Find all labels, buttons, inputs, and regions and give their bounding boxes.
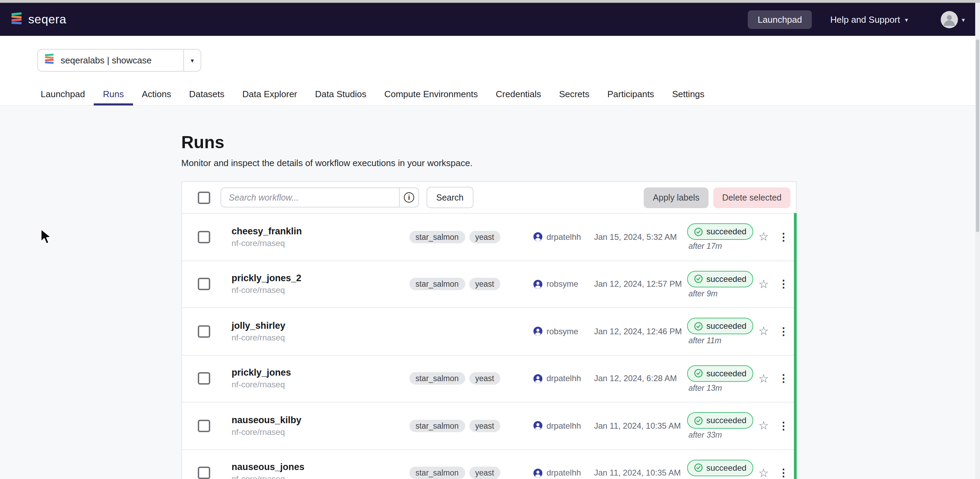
run-tag[interactable]: star_salmon (409, 372, 465, 385)
status-text: succeeded (706, 227, 746, 237)
row-checkbox[interactable] (198, 420, 210, 432)
scrollbar (975, 3, 980, 479)
row-checkbox[interactable] (198, 231, 210, 243)
run-status: succeeded after 33m (675, 412, 752, 439)
tab-data-studios[interactable]: Data Studios (306, 84, 375, 105)
run-tag[interactable]: yeast (469, 420, 500, 432)
kebab-menu-icon[interactable]: ⋮ (775, 420, 792, 432)
run-name-link[interactable]: prickly_jones (232, 368, 390, 378)
kebab-menu-icon[interactable]: ⋮ (775, 325, 792, 338)
kebab-menu-icon[interactable]: ⋮ (775, 278, 792, 291)
table-row: cheesy_franklin nf-core/rnaseq star_salm… (182, 213, 796, 260)
run-tag[interactable]: yeast (469, 278, 500, 291)
kebab-menu-icon[interactable]: ⋮ (775, 231, 792, 243)
run-tag[interactable]: star_salmon (409, 278, 465, 291)
table-row: nauseous_kilby nf-core/rnaseq star_salmo… (182, 402, 796, 449)
star-icon[interactable]: ☆ (752, 466, 775, 479)
search-button[interactable]: Search (426, 187, 473, 208)
launchpad-button[interactable]: Launchpad (748, 10, 812, 29)
run-tags: star_salmon yeast (390, 372, 500, 385)
seqera-app-window: seqera Launchpad Help and Support ▾ ▾ (0, 0, 980, 479)
delete-selected-button[interactable]: Delete selected (713, 187, 791, 208)
run-repo: nf-core/rnaseq (232, 286, 390, 295)
help-label: Help and Support (830, 14, 900, 25)
row-checkbox[interactable] (198, 372, 210, 385)
workspace-selector[interactable]: seqeralabs | showcase ▾ (37, 49, 201, 72)
star-icon[interactable]: ☆ (752, 419, 775, 433)
row-checkbox[interactable] (198, 325, 210, 338)
tab-runs[interactable]: Runs (94, 84, 133, 105)
star-icon[interactable]: ☆ (752, 371, 775, 386)
workspace-dropdown-toggle[interactable]: ▾ (184, 57, 200, 64)
scrollbar-thumb[interactable] (976, 39, 979, 232)
run-date: Jan 11, 2024, 10:35 AM (594, 421, 675, 431)
tab-secrets[interactable]: Secrets (550, 84, 598, 105)
star-icon[interactable]: ☆ (752, 230, 775, 244)
kebab-menu-icon[interactable]: ⋮ (775, 372, 792, 385)
select-all-checkbox[interactable] (198, 191, 210, 204)
tab-launchpad[interactable]: Launchpad (32, 84, 94, 105)
run-user: robsyme (533, 280, 594, 289)
row-checkbox[interactable] (198, 278, 210, 291)
tab-data-explorer[interactable]: Data Explorer (233, 84, 306, 105)
run-user-name: drpatelhh (547, 421, 581, 431)
run-name-link[interactable]: cheesy_franklin (232, 226, 390, 236)
star-icon[interactable]: ☆ (752, 324, 775, 339)
seqera-brand[interactable]: seqera (10, 11, 67, 28)
status-text: succeeded (706, 416, 746, 426)
run-tags: star_salmon yeast (390, 231, 500, 243)
run-name-link[interactable]: nauseous_kilby (232, 415, 390, 425)
tab-datasets[interactable]: Datasets (180, 84, 234, 105)
tab-credentials[interactable]: Credentials (487, 84, 550, 105)
run-tags: star_salmon yeast (390, 420, 500, 432)
check-circle-icon (694, 322, 703, 331)
search-input[interactable] (221, 188, 399, 207)
status-text: succeeded (706, 321, 746, 331)
run-status: succeeded after 17m (675, 224, 752, 250)
check-circle-icon (694, 416, 703, 425)
run-tag[interactable]: star_salmon (409, 231, 465, 243)
user-menu[interactable]: ▾ (941, 11, 965, 28)
run-tag[interactable]: star_salmon (409, 420, 465, 432)
tab-participants[interactable]: Participants (598, 84, 663, 105)
run-date: Jan 12, 2024, 12:46 PM (594, 327, 675, 336)
run-tag[interactable]: star_salmon (409, 467, 465, 479)
run-name-link[interactable]: nauseous_jones (232, 462, 390, 473)
run-user: drpatelhh (533, 232, 594, 242)
check-circle-icon (694, 228, 703, 236)
run-user-name: robsyme (547, 280, 578, 289)
table-row: nauseous_jones nf-core/rnaseq star_salmo… (182, 449, 796, 479)
kebab-menu-icon[interactable]: ⋮ (775, 467, 792, 479)
avatar (941, 11, 958, 28)
page-title: Runs (181, 132, 224, 152)
runs-table: i Search Apply labels Delete selected ch… (181, 181, 797, 479)
run-duration: after 33m (687, 431, 722, 439)
run-date: Jan 12, 2024, 12:57 PM (594, 280, 675, 289)
row-checkbox[interactable] (198, 467, 210, 479)
run-tags: star_salmon yeast (390, 278, 500, 291)
tab-settings[interactable]: Settings (663, 84, 713, 105)
status-badge: succeeded (687, 460, 753, 476)
run-status: succeeded after 13m (675, 365, 752, 392)
run-user-name: drpatelhh (547, 374, 581, 384)
help-and-support-menu[interactable]: Help and Support ▾ (830, 14, 908, 25)
status-badge: succeeded (687, 412, 753, 429)
star-icon[interactable]: ☆ (752, 277, 775, 291)
run-date: Jan 11, 2024, 10:35 AM (594, 468, 675, 478)
status-badge: succeeded (687, 365, 753, 382)
browser-chrome-strip (0, 0, 980, 3)
tab-actions[interactable]: Actions (133, 84, 180, 105)
run-tag[interactable]: yeast (469, 372, 500, 385)
search-info-segment[interactable]: i (399, 188, 418, 207)
run-tag[interactable]: yeast (469, 231, 500, 243)
apply-labels-button[interactable]: Apply labels (644, 187, 708, 208)
run-name-link[interactable]: prickly_jones_2 (232, 273, 390, 283)
run-tag[interactable]: yeast (469, 467, 500, 479)
run-repo: nf-core/rnaseq (232, 333, 390, 342)
run-duration: after 13m (687, 384, 722, 392)
main-content: Runs Monitor and inspect the details of … (0, 107, 980, 479)
run-repo: nf-core/rnaseq (232, 380, 390, 390)
run-user: robsyme (533, 327, 594, 336)
run-name-link[interactable]: jolly_shirley (232, 320, 390, 331)
tab-compute-environments[interactable]: Compute Environments (375, 84, 487, 105)
